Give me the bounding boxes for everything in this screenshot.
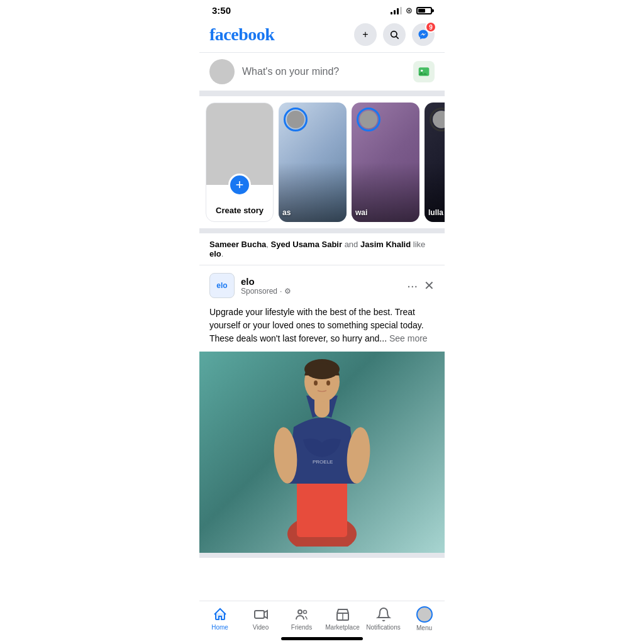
facebook-logo: facebook: [209, 25, 274, 45]
story-bg-2: wai: [352, 103, 419, 222]
post-body: Upgrade your lifestyle with the best of …: [199, 303, 445, 352]
svg-rect-5: [297, 480, 347, 537]
sponsored-text: Sponsored: [241, 287, 277, 296]
status-bar: 3:50 ⊛: [199, 0, 445, 18]
social-proof-page: elo: [209, 249, 221, 258]
signal-bar-2: [394, 10, 396, 14]
story-bg-1: as: [279, 103, 347, 222]
story-name-1: as: [282, 208, 343, 217]
advertiser-name: elo: [241, 276, 291, 287]
messenger-badge: 9: [425, 21, 436, 33]
story-bg-3: lulla: [425, 103, 445, 222]
story-name-2: wai: [355, 208, 416, 217]
status-icons: ⊛: [391, 6, 432, 15]
search-button[interactable]: [383, 23, 406, 46]
nav-friends[interactable]: Friends: [283, 607, 321, 608]
header-actions: + 9: [354, 23, 435, 46]
messenger-button[interactable]: 9: [412, 23, 435, 46]
video-icon: [253, 607, 269, 608]
social-proof: Sameer Bucha, Syed Usama Sabir and Jasim…: [199, 233, 445, 265]
status-time: 3:50: [212, 5, 231, 16]
signal-bar-1: [391, 12, 392, 14]
signal-bar-3: [397, 8, 399, 14]
post-meta: elo Sponsored · ⚙: [241, 276, 291, 296]
story-avatar-1: [287, 111, 304, 128]
social-proof-name-1: Sameer Bucha: [209, 240, 266, 249]
ad-post: elo elo Sponsored · ⚙ ··· ✕ Upgrade your…: [199, 265, 445, 558]
search-icon: [389, 30, 399, 40]
wifi-icon: ⊛: [406, 6, 413, 15]
story-avatar-2: [360, 111, 377, 128]
sponsored-separator: ·: [280, 287, 282, 296]
story-name-3: lulla: [428, 208, 445, 217]
friends-icon: [294, 607, 309, 608]
post-bar[interactable]: What's on your mind?: [199, 52, 445, 91]
svg-line-1: [396, 36, 399, 39]
advertiser-logo-text: elo: [216, 281, 227, 290]
story-avatar-ring-1: [284, 108, 308, 131]
create-story-card[interactable]: + Create story: [206, 103, 274, 222]
plus-icon: +: [362, 29, 368, 40]
social-proof-name-3: Jasim Khalid: [360, 240, 411, 249]
signal-bar-4: [400, 7, 402, 14]
post-header-right: ··· ✕: [407, 278, 435, 293]
story-avatar-ring-2: [357, 108, 380, 131]
svg-point-3: [421, 70, 423, 72]
nav-menu-avatar: [416, 606, 433, 608]
svg-point-13: [326, 380, 330, 386]
marketplace-icon: [335, 607, 350, 608]
bottom-nav: Home Video Friends Marketplace Notificat…: [199, 601, 445, 608]
svg-text:PROELE: PROELE: [313, 459, 333, 465]
battery-fill: [418, 9, 425, 13]
story-item-1[interactable]: as: [279, 103, 347, 222]
photo-svg: [418, 65, 430, 78]
section-divider: [199, 91, 445, 96]
nav-video[interactable]: Video: [242, 607, 280, 608]
post-header-left: elo elo Sponsored · ⚙: [209, 273, 291, 298]
section-divider-2: [199, 228, 445, 233]
battery-icon: [416, 7, 432, 14]
post-image[interactable]: PROELE: [199, 352, 445, 553]
nav-marketplace[interactable]: Marketplace: [324, 607, 362, 608]
notifications-icon: [376, 607, 391, 608]
gear-icon: ⚙: [284, 287, 291, 296]
main-content: What's on your mind? + Create story: [199, 52, 445, 608]
story-avatar-3: [433, 111, 445, 128]
user-avatar: [209, 59, 235, 84]
post-image-svg: PROELE: [265, 358, 379, 547]
more-options-button[interactable]: ···: [407, 279, 418, 293]
signal-icon: [391, 7, 402, 14]
add-button[interactable]: +: [354, 23, 377, 46]
svg-point-12: [314, 380, 318, 386]
story-avatar-ring-3: [430, 108, 445, 131]
photo-icon[interactable]: [413, 61, 435, 82]
create-story-label: Create story: [206, 192, 273, 221]
nav-home[interactable]: Home: [201, 607, 239, 608]
social-proof-name-2: Syed Usama Sabir: [271, 240, 342, 249]
close-post-button[interactable]: ✕: [424, 278, 435, 293]
story-item-2[interactable]: wai: [352, 103, 419, 222]
header: facebook + 9: [199, 18, 445, 52]
create-story-bg: +: [206, 103, 273, 185]
sponsored-label: Sponsored · ⚙: [241, 287, 291, 296]
story-item-3[interactable]: lulla: [425, 103, 445, 222]
post-input[interactable]: What's on your mind?: [242, 66, 406, 77]
advertiser-logo: elo: [209, 273, 235, 298]
svg-point-0: [391, 31, 397, 37]
see-more-link[interactable]: See more: [389, 333, 428, 343]
stories-section: + Create story as wai: [199, 96, 445, 228]
nav-notifications[interactable]: Notifications: [365, 607, 402, 608]
post-header: elo elo Sponsored · ⚙ ··· ✕: [199, 265, 445, 303]
nav-menu[interactable]: Menu: [406, 606, 443, 608]
home-icon: [213, 607, 228, 608]
